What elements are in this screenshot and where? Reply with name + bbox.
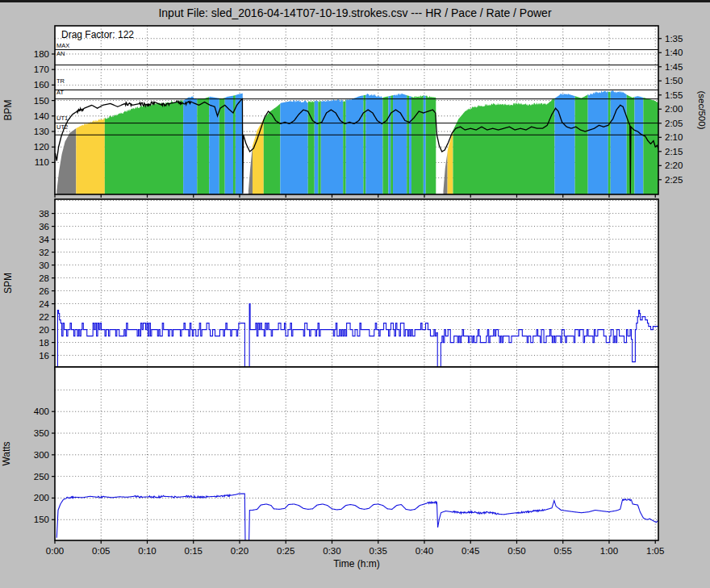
pace-band-green: [264, 104, 281, 194]
pace-band-green: [197, 97, 209, 194]
watts-tick-label: 400: [34, 407, 49, 416]
x-tick-label: 0:00: [46, 546, 64, 556]
y-axis-label-bpm: BPM: [2, 99, 14, 120]
y-axis-label-watts: Watts: [1, 441, 12, 465]
spm-tick-label: 18: [39, 338, 49, 348]
x-tick-label: 1:00: [600, 546, 618, 556]
x-tick-label: 0:20: [231, 546, 248, 556]
pace-band-blue: [634, 96, 643, 194]
spm-tick-label: 28: [39, 273, 49, 283]
spm-tick-label: 32: [39, 248, 49, 257]
pace-band-green: [407, 95, 409, 194]
plot-background: [55, 199, 658, 367]
pace-band-green: [343, 99, 345, 194]
pace-band-green: [363, 95, 365, 194]
x-tick-label: 0:15: [185, 546, 203, 556]
zone-label-ut1: UT1: [56, 115, 68, 122]
drag-factor-annotation: Drag Factor: 122: [61, 29, 134, 40]
pace-band-blue: [393, 93, 407, 194]
zone-label-at: AT: [56, 89, 64, 96]
bpm-tick-label: 130: [34, 127, 49, 136]
pace-band-blue: [409, 96, 411, 194]
spm-tick-label: 26: [39, 286, 49, 296]
pace-tick-label: 1:55: [665, 90, 683, 100]
pace-tick-label: 1:45: [665, 62, 683, 72]
pace-band-green: [575, 94, 588, 194]
pace-tick-label: 1:35: [665, 34, 683, 44]
pace-band-green: [318, 100, 320, 194]
x-tick-label: 1:05: [646, 546, 664, 556]
bpm-tick-label: 150: [34, 96, 49, 106]
pace-band-green: [382, 96, 388, 194]
x-axis-label: Time (h:m): [333, 558, 380, 569]
y-axis-label-spm: SPM: [2, 273, 14, 294]
x-tick-label: 0:50: [507, 546, 525, 556]
pace-band-blue: [346, 95, 364, 194]
x-tick-label: 0:45: [461, 546, 479, 556]
pace-band-green: [390, 95, 393, 194]
pace-tick-label: 2:15: [665, 147, 683, 156]
plot-background: [55, 367, 658, 540]
pace-tick-label: 2:25: [665, 175, 683, 185]
x-tick-label: 0:25: [277, 546, 294, 556]
pace-band-blue: [554, 93, 574, 194]
watts-tick-label: 250: [34, 472, 49, 482]
pace-band-blue: [611, 90, 627, 194]
pace-band-blue: [588, 91, 608, 194]
bpm-tick-label: 170: [34, 65, 49, 74]
spm-tick-label: 16: [39, 351, 49, 361]
pace-band-blue: [280, 100, 307, 194]
pace-band-green: [219, 98, 225, 194]
bpm-tick-label: 120: [34, 142, 49, 152]
spm-tick-label: 20: [39, 325, 49, 335]
pace-band-blue: [321, 99, 343, 194]
zone-label-an: AN: [56, 50, 65, 57]
bpm-tick-label: 160: [34, 80, 49, 90]
pace-band-green: [453, 98, 554, 194]
spm-tick-label: 22: [39, 312, 49, 322]
spm-tick-label: 30: [39, 261, 49, 270]
pace-tick-label: 2:20: [665, 161, 683, 170]
pace-zone-bands: [56, 90, 658, 194]
pace-tick-label: 1:40: [665, 48, 683, 57]
pace-band-blue: [315, 100, 319, 194]
figure-window: Input File: sled_2016-04-14T07-10-19.str…: [0, 0, 710, 588]
pace-band-yellow: [76, 119, 105, 194]
x-tick-label: 0:35: [370, 546, 387, 556]
pace-band-green: [411, 95, 424, 194]
pace-band-blue: [424, 94, 426, 194]
pace-tick-label: 2:00: [665, 104, 683, 114]
pace-band-blue: [209, 97, 219, 194]
x-tick-label: 0:40: [416, 546, 433, 556]
pace-tick-label: 2:10: [665, 132, 683, 142]
watts-tick-label: 150: [34, 515, 49, 524]
y-axis-label-pace: (sec/500): [697, 91, 707, 130]
pace-band-green: [608, 91, 611, 194]
pace-band-green: [308, 101, 315, 194]
pace-tick-label: 2:05: [665, 119, 683, 128]
x-tick-label: 0:30: [323, 546, 340, 556]
pace-tick-label: 1:50: [665, 76, 683, 85]
x-tick-label: 0:55: [554, 546, 572, 556]
pace-band-blue: [236, 94, 243, 194]
watts-tick-label: 350: [34, 428, 49, 438]
zone-label-tr: TR: [56, 77, 65, 85]
spm-tick-label: 24: [39, 299, 49, 309]
pace-band-blue: [183, 96, 197, 194]
x-tick-label: 0:10: [138, 546, 156, 556]
zone-label-max: MAX: [56, 42, 69, 49]
bpm-tick-label: 110: [35, 157, 49, 167]
watts-tick-label: 200: [34, 493, 49, 503]
spm-tick-label: 34: [39, 235, 49, 244]
bpm-tick-label: 140: [34, 111, 49, 121]
pace-band-blue: [365, 94, 382, 194]
spm-tick-label: 36: [39, 222, 49, 231]
spm-tick-label: 38: [39, 209, 49, 219]
pace-band-blue: [388, 96, 390, 194]
pace-band-blue: [225, 96, 233, 194]
charts-canvas: MAXANTRATUT1UT21101201301401501601701801…: [0, 0, 710, 588]
bpm-tick-label: 180: [34, 49, 49, 59]
x-tick-label: 0:05: [92, 546, 110, 556]
watts-tick-label: 300: [34, 450, 49, 460]
